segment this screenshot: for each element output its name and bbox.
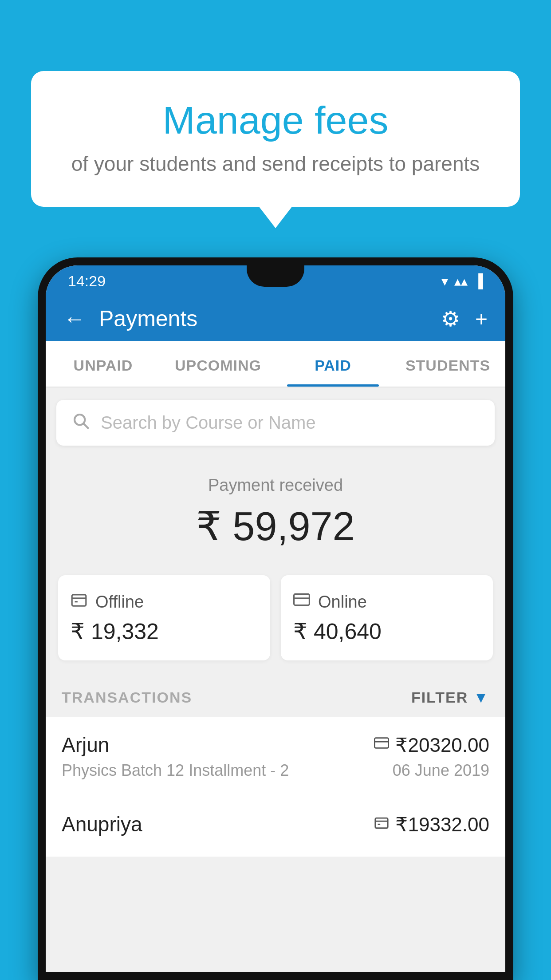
payment-received-section: Payment received ₹ 59,972 [46,458,505,563]
wifi-icon: ▾ [441,273,448,289]
payment-cards: Offline ₹ 19,332 Online ₹ 4 [46,563,505,678]
search-icon [72,411,90,435]
app-bar-actions: ⚙ + [441,306,488,331]
bubble-subtitle: of your students and send receipts to pa… [67,152,484,176]
offline-card-header: Offline [71,591,258,612]
search-bar[interactable]: Search by Course or Name [56,400,495,446]
transaction-amount: ₹19332.00 [395,813,489,836]
back-button[interactable]: ← [63,306,86,332]
transaction-amount: ₹20320.00 [395,734,489,756]
offline-amount: ₹ 19,332 [71,619,258,644]
phone-screen: 14:29 ▾ ▴▴ ▐ ← Payments ⚙ + UNPAID UPCOM… [46,265,505,972]
status-time: 14:29 [68,273,106,290]
transaction-bottom: Physics Batch 12 Installment - 2 06 June… [62,761,489,780]
svg-rect-5 [294,594,310,605]
speech-bubble: Manage fees of your students and send re… [31,71,520,207]
tab-students[interactable]: STUDENTS [390,341,505,387]
offline-card: Offline ₹ 19,332 [58,575,270,660]
offline-label: Offline [95,593,144,612]
tabs: UNPAID UPCOMING PAID STUDENTS [46,341,505,387]
transaction-row: Anupriya ₹19332.00 [46,796,505,857]
transaction-amount-wrap: ₹20320.00 [374,734,489,756]
online-card: Online ₹ 40,640 [281,575,493,660]
filter-icon: ▼ [473,689,489,706]
offline-payment-icon [374,815,389,834]
svg-rect-2 [72,595,86,606]
transaction-amount-wrap: ₹19332.00 [374,813,489,836]
bubble-title: Manage fees [67,98,484,143]
online-label: Online [318,593,367,612]
transaction-course: Physics Batch 12 Installment - 2 [62,761,289,780]
svg-rect-9 [375,818,388,828]
content-area: Search by Course or Name Payment receive… [46,387,505,857]
online-amount: ₹ 40,640 [293,619,480,644]
svg-point-0 [75,415,85,425]
svg-line-1 [84,424,89,429]
search-placeholder: Search by Course or Name [101,413,316,433]
transaction-top: Anupriya ₹19332.00 [62,812,489,836]
offline-icon [71,591,87,612]
filter-label: FILTER [411,689,468,706]
transaction-name: Arjun [62,733,109,757]
transactions-label: TRANSACTIONS [62,689,192,706]
notch [247,265,304,287]
transaction-row: Arjun ₹20320.00 Physics Batch 12 Install… [46,717,505,796]
tab-unpaid[interactable]: UNPAID [46,341,161,387]
status-icons: ▾ ▴▴ ▐ [441,273,483,289]
phone-frame: 14:29 ▾ ▴▴ ▐ ← Payments ⚙ + UNPAID UPCOM… [38,257,513,980]
app-bar: ← Payments ⚙ + [46,296,505,341]
transactions-header: TRANSACTIONS FILTER ▼ [46,678,505,717]
battery-icon: ▐ [474,273,483,288]
payment-received-amount: ₹ 59,972 [59,503,492,549]
signal-icon: ▴▴ [454,273,468,289]
transaction-top: Arjun ₹20320.00 [62,733,489,757]
settings-icon[interactable]: ⚙ [441,306,460,331]
tab-upcoming[interactable]: UPCOMING [161,341,276,387]
online-card-header: Online [293,591,480,612]
payment-received-label: Payment received [59,476,492,495]
tab-paid[interactable]: PAID [276,341,390,387]
online-payment-icon [374,735,389,755]
svg-rect-7 [375,738,389,748]
online-icon [293,591,310,612]
status-bar: 14:29 ▾ ▴▴ ▐ [46,265,505,296]
transaction-name: Anupriya [62,812,142,836]
filter-button[interactable]: FILTER ▼ [411,689,489,706]
add-icon[interactable]: + [475,307,488,331]
app-title: Payments [99,306,441,332]
transaction-date: 06 June 2019 [393,761,489,780]
speech-bubble-container: Manage fees of your students and send re… [31,71,520,207]
